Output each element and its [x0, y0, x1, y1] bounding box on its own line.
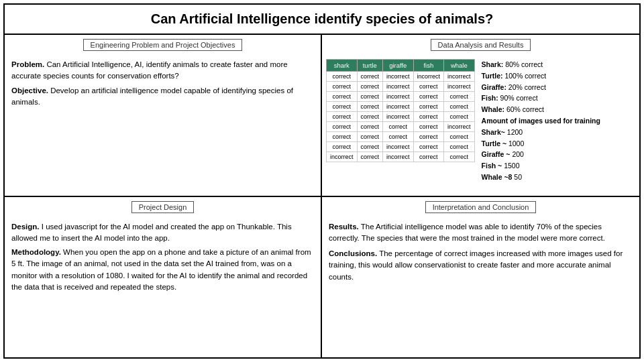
table-cell: incorrect [413, 72, 444, 82]
paragraph: Methodology. When you open the app on a … [11, 247, 314, 293]
table-cell: incorrect [444, 122, 475, 132]
table-cell: incorrect [444, 82, 475, 92]
engineering-problem-section: Engineering Problem and Project Objectiv… [5, 35, 321, 196]
data-area: sharkturtlegiraffefishwhalecorrectcorrec… [322, 55, 639, 196]
table-cell: incorrect [383, 72, 414, 82]
table-header: shark [327, 60, 358, 72]
stat-item: Giraffe: 20% correct [482, 82, 634, 93]
table-cell: correct [444, 152, 475, 162]
table-row: correctcorrectincorrectincorrectincorrec… [327, 72, 475, 82]
stat-item: Giraffe ~ 200 [482, 149, 634, 160]
table-cell: incorrect [327, 152, 358, 162]
paragraph: Problem. Can Artificial Intelligence, AI… [11, 59, 314, 82]
bold-text: Design. [11, 223, 40, 231]
left-column: Engineering Problem and Project Objectiv… [5, 35, 322, 357]
table-cell: correct [357, 112, 383, 122]
table-cell: correct [357, 72, 383, 82]
stat-item: Fish: 90% correct [482, 93, 634, 104]
table-cell: incorrect [383, 82, 414, 92]
bold-text: Methodology. [11, 248, 61, 256]
project-design-body: Design. I used javascript for the AI mod… [5, 217, 321, 358]
main-container: Can Artificial Intelligence identify spe… [3, 3, 641, 359]
table-cell: correct [357, 152, 383, 162]
table-row: correctcorrectcorrectcorrectincorrect [327, 122, 475, 132]
bold-text: Fish ~ [482, 162, 502, 170]
table-cell: correct [357, 82, 383, 92]
table-cell: correct [383, 132, 414, 142]
table-row: correctcorrectincorrectcorrectincorrect [327, 82, 475, 92]
bold-text: Whale ~8 [482, 173, 513, 181]
stat-item: Shark~ 1200 [482, 127, 634, 138]
bold-text: Turtle ~ [482, 139, 506, 147]
table-cell: correct [357, 102, 383, 112]
table-cell: correct [413, 132, 444, 142]
table-header: fish [413, 60, 444, 72]
data-analysis-header: Data Analysis and Results [431, 39, 531, 51]
table-cell: incorrect [383, 152, 414, 162]
table-row: correctcorrectincorrectcorrectcorrect [327, 112, 475, 122]
results-table-wrap: sharkturtlegiraffefishwhalecorrectcorrec… [326, 59, 475, 192]
table-cell: correct [413, 102, 444, 112]
table-cell: correct [357, 92, 383, 102]
bold-text: Giraffe: [482, 83, 506, 91]
table-cell: correct [327, 142, 358, 152]
table-cell: correct [357, 142, 383, 152]
bold-text: Whale: [482, 105, 504, 113]
bold-text: Fish: [482, 94, 498, 102]
interpretation-section: Interpretation and Conclusion Results. T… [322, 196, 639, 358]
table-cell: correct [444, 92, 475, 102]
table-cell: correct [327, 102, 358, 112]
results-table: sharkturtlegiraffefishwhalecorrectcorrec… [326, 59, 475, 162]
page-title: Can Artificial Intelligence identify spe… [5, 5, 639, 35]
engineering-problem-header: Engineering Problem and Project Objectiv… [83, 39, 243, 51]
project-design-section: Project Design Design. I used javascript… [5, 196, 321, 358]
table-cell: correct [413, 122, 444, 132]
table-cell: correct [383, 122, 414, 132]
table-cell: correct [444, 102, 475, 112]
table-row: correctcorrectincorrectcorrectcorrect [327, 102, 475, 112]
project-design-header: Project Design [131, 201, 195, 213]
stat-item: Whale ~8 50 [482, 172, 634, 183]
table-header: turtle [357, 60, 383, 72]
table-row: correctcorrectincorrectcorrectcorrect [327, 142, 475, 152]
table-cell: correct [327, 72, 358, 82]
table-row: incorrectcorrectincorrectcorrectcorrect [327, 152, 475, 162]
bold-text: Turtle: [482, 72, 503, 80]
table-cell: correct [413, 142, 444, 152]
paragraph: Conclusions. The percentage of correct i… [329, 248, 633, 283]
engineering-problem-body: Problem. Can Artificial Intelligence, AI… [5, 55, 321, 196]
stat-item: Shark: 80% correct [482, 59, 634, 70]
bold-text: Problem. [11, 60, 44, 68]
bold-text: Shark~ [482, 128, 505, 136]
table-cell: incorrect [383, 92, 414, 102]
table-cell: correct [357, 122, 383, 132]
table-cell: correct [413, 92, 444, 102]
table-cell: correct [327, 132, 358, 142]
bold-text: Conclusions. [329, 249, 377, 257]
data-analysis-section: Data Analysis and Results sharkturtlegir… [322, 35, 639, 196]
stat-item: Amount of images used for training [482, 115, 634, 127]
table-cell: incorrect [383, 142, 414, 152]
table-cell: correct [413, 152, 444, 162]
table-header: giraffe [383, 60, 414, 72]
table-row: correctcorrectincorrectcorrectcorrect [327, 92, 475, 102]
stat-item: Fish ~ 1500 [482, 160, 634, 172]
bold-text: Shark: [482, 60, 504, 68]
stats-column: Shark: 80% correctTurtle: 100% correctGi… [482, 59, 634, 192]
table-cell: correct [327, 92, 358, 102]
stat-item: Turtle ~ 1000 [482, 138, 634, 149]
table-cell: correct [444, 142, 475, 152]
table-header: whale [444, 60, 475, 72]
table-cell: correct [413, 82, 444, 92]
paragraph: Objective. Develop an artificial intelli… [11, 85, 314, 109]
table-cell: correct [327, 122, 358, 132]
table-cell: incorrect [444, 72, 475, 82]
table-cell: correct [444, 132, 475, 142]
paragraph: Results. The Artificial intelligence mod… [329, 221, 633, 245]
table-cell: correct [327, 112, 358, 122]
table-cell: correct [357, 132, 383, 142]
table-cell: correct [327, 82, 358, 92]
table-cell: incorrect [383, 112, 414, 122]
table-cell: correct [444, 112, 475, 122]
main-content: Engineering Problem and Project Objectiv… [5, 35, 639, 357]
